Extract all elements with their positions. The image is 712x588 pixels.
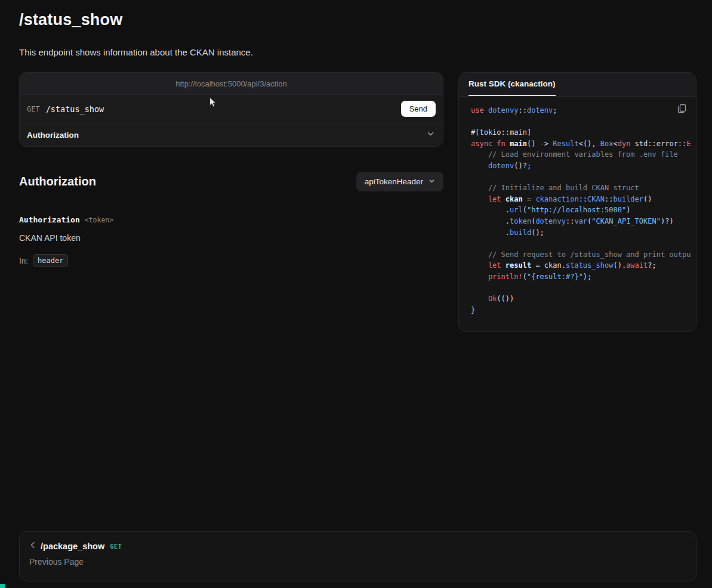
prev-page-link: /package_show GET [29,541,686,552]
auth-scheme-dropdown[interactable]: apiTokenHeader [356,172,443,191]
prev-page-card[interactable]: /package_show GET Previous Page [19,531,696,581]
http-method: GET [27,105,40,113]
page-description: This endpoint shows information about th… [19,47,696,57]
endpoint-path: /status_show [46,104,104,114]
auth-accordion-label: Authorization [27,131,79,140]
content-columns: http://localhost:5000/api/3/action GET /… [19,72,696,332]
request-method-row: GET /status_show Send [20,95,443,123]
auth-accordion-toggle[interactable]: Authorization [20,123,443,146]
right-column: Rust SDK (ckanaction) use dotenvy::doten… [458,72,696,332]
chevron-left-icon [29,541,36,552]
left-column: http://localhost:5000/api/3/action GET /… [19,72,443,267]
base-url: http://localhost:5000/api/3/action [175,79,286,88]
request-panel: http://localhost:5000/api/3/action GET /… [19,72,443,147]
auth-param-name: Authorization [19,215,80,224]
sdk-tab-rust[interactable]: Rust SDK (ckanaction) [468,73,556,96]
auth-scheme-selected: apiTokenHeader [365,177,423,186]
api-docs-page: /status_show This endpoint shows informa… [0,11,712,332]
prev-endpoint-path: /package_show [41,541,104,551]
auth-param-description: CKAN API token [19,233,443,243]
chevron-down-icon [429,177,435,186]
chevron-down-icon [427,130,434,140]
copy-code-button[interactable] [676,103,688,116]
in-value-badge: header [33,254,68,267]
corner-artifact [0,584,5,588]
clipboard-icon [677,106,686,115]
auth-param-type: <token> [85,216,113,224]
code-block: use dotenvy::dotenv; #[tokio::main]async… [471,105,691,315]
sdk-panel: Rust SDK (ckanaction) use dotenvy::doten… [458,72,696,332]
in-label: In: [19,256,28,265]
prev-page-label: Previous Page [29,557,686,567]
auth-param-location: In: header [19,254,443,267]
code-sample: use dotenvy::dotenv; #[tokio::main]async… [459,97,696,331]
auth-parameter: Authorization <token> [19,215,443,224]
authorization-section-header: Authorization apiTokenHeader [19,172,443,191]
prev-endpoint-method: GET [110,543,122,550]
send-button[interactable]: Send [401,101,436,117]
base-url-bar: http://localhost:5000/api/3/action [20,73,443,95]
sdk-tabs: Rust SDK (ckanaction) [459,73,696,97]
authorization-heading: Authorization [19,175,96,188]
page-title: /status_show [19,11,696,29]
